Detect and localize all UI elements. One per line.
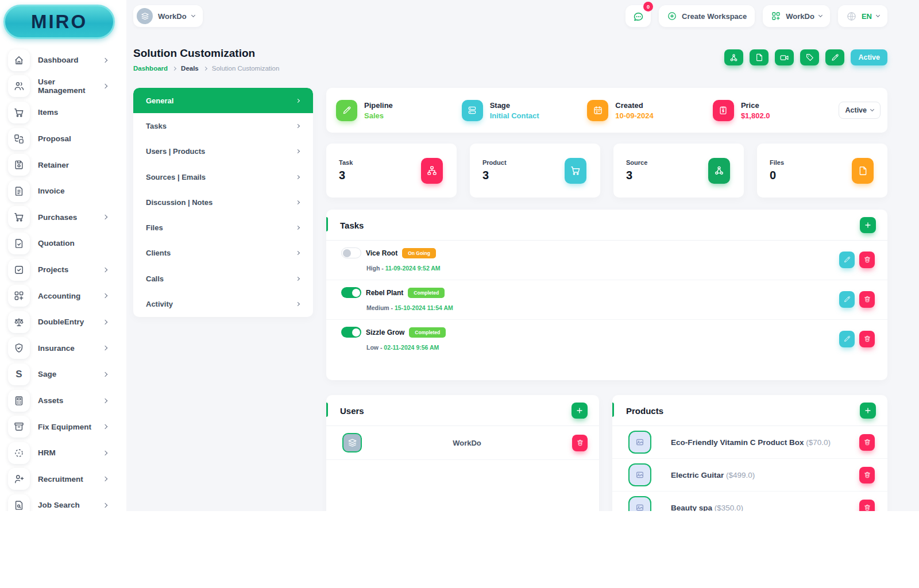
task-complete-toggle[interactable] [341, 327, 361, 338]
product-title: Beauty spa [671, 504, 712, 512]
plus-icon [863, 220, 872, 230]
sidebar-item-items[interactable]: Items [3, 99, 126, 126]
sidebar-item-accounting[interactable]: Accounting [3, 283, 126, 309]
product-name: Electric Guitar ($499.0) [671, 471, 840, 479]
label-button[interactable] [800, 49, 819, 65]
file-button[interactable] [750, 49, 769, 65]
tab-calls[interactable]: Calls [133, 266, 313, 291]
sidebar-item-sage[interactable]: S Sage [3, 361, 126, 388]
chat-icon [632, 10, 644, 22]
sidebar-item-quotation[interactable]: Quotation [3, 230, 126, 257]
breadcrumb-dashboard[interactable]: Dashboard [133, 65, 168, 72]
page-title: Solution Customization [133, 47, 279, 60]
tab-activity[interactable]: Activity [133, 291, 313, 316]
sidebar-item-insurance[interactable]: Insurance [3, 335, 126, 362]
tab-discussion-notes[interactable]: Discussion | Notes [133, 189, 313, 215]
status-select[interactable]: Active [839, 102, 881, 119]
calendar-icon [587, 100, 608, 121]
task-main: Vice Root On Going High - 11-09-2024 9:5… [341, 247, 839, 272]
edit-task-button[interactable] [839, 291, 855, 308]
tab-general[interactable]: General [133, 88, 313, 113]
app-logo[interactable]: MIRO [3, 5, 115, 39]
sidebar-item-hrm[interactable]: HRM [3, 440, 126, 466]
scale-icon [8, 311, 30, 333]
file-invoice-icon [8, 180, 30, 202]
active-status-button[interactable]: Active [851, 49, 887, 65]
create-workspace-button[interactable]: Create Workspace [659, 5, 755, 27]
main-area: WorkDo 0 Create Workspace WorkDo [126, 0, 919, 511]
delete-product-button[interactable] [859, 467, 875, 483]
sidebar-item-label: User Management [38, 78, 95, 95]
delete-product-button[interactable] [859, 434, 875, 451]
language-selector[interactable]: EN [838, 5, 887, 27]
home-icon [8, 49, 30, 71]
add-user-button[interactable] [572, 403, 588, 419]
create-workspace-label: Create Workspace [682, 12, 747, 21]
status-select-value: Active [845, 106, 867, 114]
share-icon [708, 158, 730, 184]
tab-users-products[interactable]: Users | Products [133, 139, 313, 164]
grid-add-icon [8, 285, 30, 307]
chevron-right-icon [203, 66, 207, 70]
sidebar-item-user-management[interactable]: User Management [3, 74, 126, 100]
sidebar-item-projects[interactable]: Projects [3, 257, 126, 283]
page-actions: Active [724, 49, 887, 65]
check-square-icon [8, 259, 30, 281]
sidebar-item-purchases[interactable]: Purchases [3, 204, 126, 231]
delete-task-button[interactable] [859, 331, 875, 347]
workspace-menu-button[interactable]: WorkDo [763, 5, 830, 27]
tab-files[interactable]: Files [133, 215, 313, 240]
info-price: Price $1,802.0 [713, 100, 839, 121]
chevron-down-icon [191, 13, 195, 17]
user-avatar [342, 433, 362, 452]
product-price: ($499.0) [726, 471, 755, 479]
stat-label: Files [770, 159, 784, 166]
edit-deal-button[interactable] [825, 49, 844, 65]
delete-task-button[interactable] [859, 252, 875, 268]
sidebar-item-doubleentry[interactable]: DoubleEntry [3, 309, 126, 335]
sidebar-item-job-search[interactable]: Job Search [3, 492, 126, 511]
section-accent [612, 403, 614, 417]
stat-files: Files 0 [757, 144, 887, 198]
product-price: ($350.0) [715, 504, 743, 512]
product-title: Electric Guitar [671, 471, 724, 479]
chevron-down-icon [876, 13, 880, 17]
workspace-selector[interactable]: WorkDo [133, 5, 203, 27]
sidebar-item-assets[interactable]: Assets [3, 388, 126, 414]
edit-task-button[interactable] [839, 252, 855, 268]
tab-label: Sources | Emails [146, 173, 206, 181]
sidebar-item-recruitment[interactable]: Recruitment [3, 466, 126, 493]
sidebar-item-dashboard[interactable]: Dashboard [3, 47, 126, 74]
file-icon [852, 158, 874, 184]
task-complete-toggle[interactable] [341, 247, 361, 258]
delete-task-button[interactable] [859, 291, 875, 308]
tab-sources-emails[interactable]: Sources | Emails [133, 164, 313, 189]
add-product-button[interactable] [860, 403, 876, 419]
tab-clients[interactable]: Clients [133, 241, 313, 266]
users-section: Users WorkDo [326, 395, 599, 511]
edit-task-button[interactable] [839, 331, 855, 347]
trash-icon [863, 295, 871, 303]
share-deal-button[interactable] [724, 49, 743, 65]
sidebar-item-proposal[interactable]: Proposal [3, 126, 126, 152]
info-label: Pipeline [364, 101, 393, 110]
chevron-right-icon [296, 200, 300, 204]
file-icon [755, 53, 764, 62]
tab-label: General [146, 96, 173, 105]
chevron-right-icon [296, 124, 300, 128]
sidebar-item-invoice[interactable]: Invoice [3, 178, 126, 204]
pencil-icon [843, 335, 851, 343]
sidebar-item-retainer[interactable]: Retainer [3, 152, 126, 178]
add-task-button[interactable] [860, 217, 876, 233]
chevron-right-icon [103, 319, 107, 324]
delete-user-button[interactable] [572, 435, 588, 451]
plus-icon [863, 406, 872, 415]
task-complete-toggle[interactable] [341, 287, 361, 298]
tab-tasks[interactable]: Tasks [133, 113, 313, 138]
messages-button[interactable]: 0 [625, 5, 651, 27]
breadcrumb-deals[interactable]: Deals [181, 65, 199, 72]
video-button[interactable] [775, 49, 794, 65]
flow-icon [421, 158, 443, 184]
sidebar-item-fix-equipment[interactable]: Fix Equipment [3, 413, 126, 440]
delete-product-button[interactable] [859, 500, 875, 512]
